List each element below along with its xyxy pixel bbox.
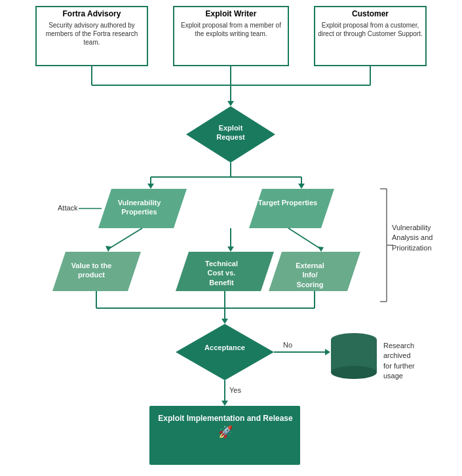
svg-marker-28 — [318, 247, 324, 252]
svg-point-43 — [331, 366, 377, 379]
rocket-icon: 🚀 — [218, 426, 233, 439]
value-product-label: Value to theproduct — [54, 261, 129, 280]
vuln-properties-label: Vulnerability Properties — [105, 198, 174, 217]
customer-title: Customer — [317, 9, 424, 18]
svg-marker-40 — [325, 349, 330, 355]
customer-desc: Exploit proposal from a customer, direct… — [317, 21, 424, 38]
svg-marker-13 — [147, 184, 154, 189]
svg-marker-17 — [249, 189, 334, 228]
svg-marker-15 — [298, 184, 305, 189]
exploit-writer-desc: Exploit proposal from a member of the ex… — [176, 21, 286, 38]
fortra-advisory-box: Fortra Advisory Security advisory author… — [38, 9, 145, 47]
svg-marker-8 — [227, 101, 234, 106]
fortra-advisory-desc: Security advisory authored by members of… — [38, 21, 145, 47]
svg-rect-42 — [331, 340, 377, 372]
diagram: Fortra Advisory Security advisory author… — [0, 0, 462, 476]
svg-line-23 — [108, 228, 142, 249]
final-box-label: Exploit Implementation and Release 🚀 — [151, 413, 300, 441]
yes-label: Yes — [229, 386, 241, 394]
customer-box: Customer Exploit proposal from a custome… — [317, 9, 424, 38]
vuln-analysis-label: VulnerabilityAnalysis andPrioritization — [392, 223, 433, 253]
svg-line-27 — [288, 228, 321, 249]
acceptance-label: Acceptance — [199, 344, 251, 351]
exploit-writer-box: Exploit Writer Exploit proposal from a m… — [176, 9, 286, 38]
svg-point-41 — [331, 333, 377, 346]
tech-cost-label: TechnicalCost vs.Benefit — [182, 259, 261, 287]
archive-label: Researcharchivedfor furtherusage — [383, 341, 415, 382]
svg-marker-26 — [227, 247, 234, 252]
external-info-label: ExternalInfo/Scoring — [274, 261, 346, 289]
svg-marker-45 — [221, 401, 228, 406]
svg-marker-24 — [106, 246, 111, 252]
fortra-advisory-title: Fortra Advisory — [38, 9, 145, 18]
svg-marker-37 — [221, 319, 228, 324]
no-label: No — [283, 341, 292, 349]
attack-label: Attack — [58, 204, 78, 212]
exploit-writer-title: Exploit Writer — [176, 9, 286, 18]
target-properties-label: Target Properties — [252, 198, 323, 207]
exploit-request-label: Exploit Request — [205, 123, 256, 142]
svg-marker-38 — [176, 324, 274, 380]
